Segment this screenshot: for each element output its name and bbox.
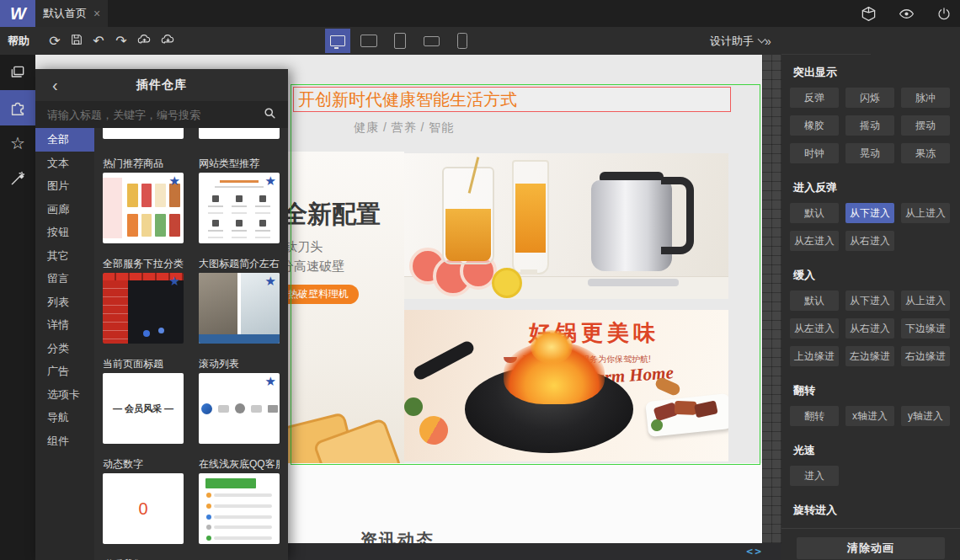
page-tab-default-home[interactable]: 默认首页 ×	[35, 0, 108, 27]
animation-option-闪烁[interactable]: 闪烁	[845, 88, 894, 108]
plugin-thumb-sitetypes[interactable]: ★	[199, 173, 280, 243]
device-tablet-landscape-icon[interactable]	[356, 29, 381, 53]
animation-option-时钟[interactable]: 时钟	[790, 143, 839, 163]
category-其它[interactable]: 其它	[35, 244, 94, 268]
sidebar-wand-icon[interactable]	[0, 161, 35, 196]
thumb-shape	[205, 478, 256, 488]
animation-option-脉冲[interactable]: 脉冲	[901, 88, 950, 108]
news-section[interactable]: 资讯动态	[288, 463, 762, 543]
animation-option-从右进入[interactable]: 从右进入	[845, 318, 894, 339]
redo-icon[interactable]: ↷	[114, 35, 129, 48]
favorite-star-icon[interactable]: ★	[265, 374, 276, 389]
device-phone-portrait-icon[interactable]	[450, 29, 475, 53]
power-icon[interactable]	[936, 6, 952, 22]
category-按钮[interactable]: 按钮	[35, 221, 94, 244]
favorite-star-icon[interactable]: ★	[265, 274, 276, 289]
favorite-star-icon[interactable]: ★	[169, 173, 180, 189]
category-选项卡[interactable]: 选项卡	[35, 383, 94, 407]
category-文本[interactable]: 文本	[35, 152, 94, 175]
animation-option-反弹[interactable]: 反弹	[790, 88, 839, 108]
category-详情[interactable]: 详情	[35, 313, 94, 337]
hero-section[interactable]: 全新配置 钛刀头 分高速破壁 热破壁料理机	[288, 152, 762, 516]
category-全部[interactable]: 全部	[35, 128, 94, 152]
animation-option-果冻[interactable]: 果冻	[901, 143, 950, 163]
favorite-star-icon[interactable]: ★	[169, 274, 180, 289]
help-button[interactable]: 帮助	[8, 27, 29, 55]
animation-option-从左进入[interactable]: 从左进入	[790, 318, 839, 339]
animation-option-摇动[interactable]: 摇动	[845, 115, 894, 136]
animation-option-翻转[interactable]: 翻转	[790, 406, 839, 426]
sidebar-plugins-icon[interactable]	[0, 90, 35, 125]
animation-section-title: 旋转进入	[793, 503, 952, 518]
animation-option-橡胶[interactable]: 橡胶	[790, 115, 839, 136]
plugin-thumb-qq[interactable]	[199, 473, 280, 544]
animation-option-默认[interactable]: 默认	[790, 203, 839, 223]
cloud-upload-icon[interactable]	[136, 33, 152, 50]
category-图片[interactable]: 图片	[35, 174, 94, 198]
animation-option-从下进入[interactable]: 从下进入	[845, 203, 894, 223]
kettle-banner-image[interactable]	[404, 153, 728, 299]
animation-sections: 突出显示反弹闪烁脉冲橡胶摇动摆动时钟晃动果冻进入反弹默认从下进入从上进入从左进入…	[790, 65, 952, 518]
news-heading: 资讯动态	[360, 529, 435, 543]
code-view-icon[interactable]: <>	[746, 545, 763, 557]
sidebar-favorites-icon[interactable]: ☆	[0, 125, 35, 161]
sidebar-pages-icon[interactable]	[0, 55, 35, 90]
tab-close-icon[interactable]: ×	[93, 7, 100, 20]
plugin-card: 动态数字 0	[103, 458, 184, 558]
save-icon[interactable]	[70, 33, 83, 50]
search-icon[interactable]	[264, 107, 276, 123]
animation-option-从上进入[interactable]: 从上进入	[901, 203, 950, 223]
thumb-shape	[143, 330, 150, 337]
animation-option-x轴进入[interactable]: x轴进入	[845, 406, 894, 426]
category-导航[interactable]: 导航	[35, 406, 94, 429]
plugin-thumb-number[interactable]: 0	[103, 473, 184, 544]
partial-plugin-card[interactable]	[103, 128, 184, 139]
plugin-thumb-interior[interactable]: ★	[199, 273, 280, 344]
animation-option-从右进入[interactable]: 从右进入	[845, 231, 894, 251]
hero-cta-button[interactable]: 热破壁料理机	[288, 285, 359, 304]
animation-option-从左进入[interactable]: 从左进入	[790, 231, 839, 251]
animation-option-下边缘进[interactable]: 下边缘进	[901, 318, 950, 339]
favorite-star-icon[interactable]: ★	[265, 173, 276, 189]
preview-eye-icon[interactable]	[898, 6, 915, 22]
page-subtitle[interactable]: 健康 / 营养 / 智能	[354, 120, 454, 136]
collapse-panel-arrows[interactable]: »	[765, 27, 771, 55]
plugin-search-input[interactable]	[35, 109, 259, 121]
plugin-thumb-pagetitle[interactable]: — 会员风采 —	[103, 373, 184, 444]
plugin-grid: 热门推荐商品 ★ 网站类型推荐 ★ 全部服务下拉分类带... ★ 大图标题简介左…	[94, 128, 288, 560]
animation-option-左边缘进[interactable]: 左边缘进	[845, 346, 894, 366]
back-chevron-icon[interactable]: ‹	[52, 74, 58, 96]
category-组件[interactable]: 组件	[35, 429, 94, 453]
clear-animation-button[interactable]: 清除动画	[797, 537, 945, 559]
category-列表[interactable]: 列表	[35, 291, 94, 314]
animation-option-摆动[interactable]: 摆动	[901, 115, 950, 136]
animation-option-进入[interactable]: 进入	[790, 466, 839, 486]
device-phone-landscape-icon[interactable]	[419, 29, 444, 53]
plugin-thumb-rednav[interactable]: ★	[103, 273, 184, 344]
category-留言[interactable]: 留言	[35, 267, 94, 291]
animation-option-上边缘进[interactable]: 上边缘进	[790, 346, 839, 366]
selected-title-element[interactable]: 开创新时代健康智能生活方式	[293, 87, 731, 112]
plugin-thumb-logos[interactable]: ★	[199, 373, 280, 444]
device-tablet-portrait-icon[interactable]	[387, 29, 413, 53]
refresh-icon[interactable]: ⟳	[47, 35, 62, 48]
animation-option-y轴进入[interactable]: y轴进入	[901, 406, 950, 426]
design-assistant-dropdown[interactable]: 设计助手	[710, 27, 765, 55]
animation-option-从上进入[interactable]: 从上进入	[901, 291, 950, 311]
components-cube-icon[interactable]	[861, 6, 877, 22]
category-分类[interactable]: 分类	[35, 337, 94, 360]
category-广告[interactable]: 广告	[35, 360, 94, 383]
animation-option-右边缘进[interactable]: 右边缘进	[901, 346, 950, 366]
canvas-scrollbar-gutter[interactable]	[762, 55, 781, 543]
animation-option-默认[interactable]: 默认	[790, 291, 839, 311]
animation-option-晃动[interactable]: 晃动	[845, 143, 894, 163]
page-preview[interactable]: 开创新时代健康智能生活方式 健康 / 营养 / 智能 全新配置 钛刀头 分高速破…	[288, 55, 762, 543]
cloud-download-icon[interactable]	[160, 33, 176, 50]
animation-option-从下进入[interactable]: 从下进入	[845, 291, 894, 311]
category-画廊[interactable]: 画廊	[35, 198, 94, 221]
partial-plugin-card[interactable]	[199, 128, 280, 139]
device-desktop-icon[interactable]	[325, 29, 350, 53]
wok-banner-image[interactable]: 好锅更美味 无忧购物，至诚服务为你保驾护航! Warm Home	[404, 310, 728, 461]
plugin-thumb-products[interactable]: ★	[103, 173, 184, 243]
undo-icon[interactable]: ↶	[91, 35, 106, 48]
